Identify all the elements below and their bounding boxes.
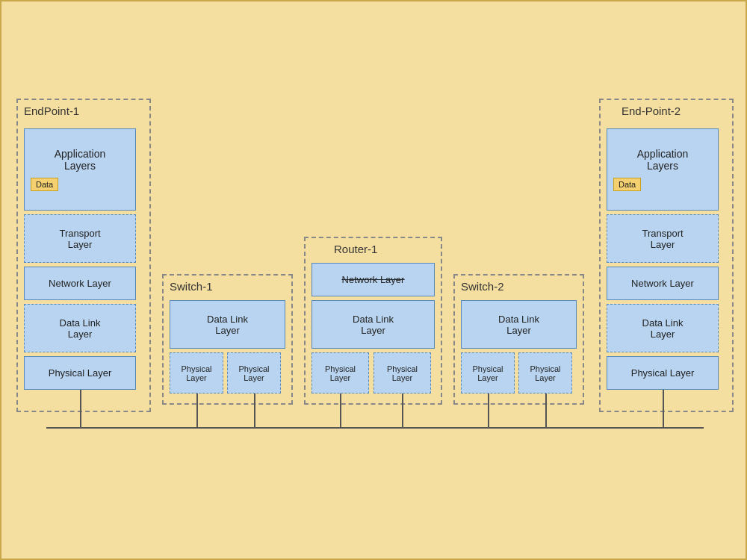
switch1-label: Switch-1 <box>170 280 213 293</box>
ep2-physical-layer: Physical Layer <box>607 356 719 390</box>
sw2-right-vline <box>545 393 547 427</box>
ep2-datalink-label: Data LinkLayer <box>642 317 684 340</box>
ep1-network-layer: Network Layer <box>24 267 136 300</box>
sw1-physical-layer-right: PhysicalLayer <box>227 352 281 393</box>
endpoint1-label: EndPoint-1 <box>24 105 79 117</box>
r1-left-vline <box>340 393 341 427</box>
ep1-datalink-layer: Data LinkLayer <box>24 304 136 352</box>
sw2-left-vline <box>488 393 489 427</box>
ep1-physical-layer: Physical Layer <box>24 356 136 390</box>
sw1-physical-layer-left: PhysicalLayer <box>170 352 223 393</box>
ep2-vertical-line <box>663 390 664 427</box>
sw2-physical-right-label: PhysicalLayer <box>530 364 561 382</box>
sw2-physical-left-label: PhysicalLayer <box>473 364 503 382</box>
bottom-bus-line <box>46 427 704 429</box>
ep2-app-layer-label: ApplicationLayers <box>613 148 712 172</box>
diagram-canvas: EndPoint-1 ApplicationLayers Data Transp… <box>0 0 747 560</box>
ep1-transport-label: TransportLayer <box>59 228 100 250</box>
r1-network-layer: Network Layer <box>311 263 435 296</box>
ep2-physical-label: Physical Layer <box>631 367 695 379</box>
ep2-network-label: Network Layer <box>631 278 694 289</box>
sw2-physical-layer-left: PhysicalLayer <box>461 352 515 393</box>
sw2-physical-layer-right: PhysicalLayer <box>518 352 572 393</box>
r1-right-vline <box>402 393 403 427</box>
ep2-datalink-layer: Data LinkLayer <box>607 304 719 352</box>
ep1-app-layer: ApplicationLayers Data <box>24 128 136 211</box>
sw2-datalink-label: Data LinkLayer <box>498 314 539 336</box>
ep1-datalink-label: Data LinkLayer <box>60 317 101 340</box>
ep2-app-layer: ApplicationLayers Data <box>607 128 719 211</box>
ep2-transport-label: TransportLayer <box>642 228 683 250</box>
r1-physical-layer-left: PhysicalLayer <box>311 352 369 393</box>
r1-network-label: Network Layer <box>342 274 405 285</box>
sw1-physical-right-label: PhysicalLayer <box>239 364 270 382</box>
ep2-transport-layer: TransportLayer <box>607 214 719 263</box>
ep1-physical-label: Physical Layer <box>49 367 112 379</box>
switch2-label: Switch-2 <box>461 280 504 293</box>
r1-physical-layer-right: PhysicalLayer <box>374 352 431 393</box>
r1-datalink-layer: Data LinkLayer <box>311 300 435 349</box>
sw1-right-vline <box>254 393 255 427</box>
r1-datalink-label: Data LinkLayer <box>353 314 394 336</box>
sw1-left-vline <box>196 393 198 427</box>
ep1-app-layer-label: ApplicationLayers <box>31 148 129 172</box>
router1-label: Router-1 <box>334 243 377 255</box>
ep1-vertical-line <box>80 390 81 427</box>
ep2-network-layer: Network Layer <box>607 267 719 300</box>
ep1-network-label: Network Layer <box>49 278 111 289</box>
sw1-datalink-layer: Data LinkLayer <box>170 300 285 349</box>
ep1-data-badge: Data <box>31 178 58 191</box>
r1-physical-right-label: PhysicalLayer <box>387 364 418 382</box>
endpoint2-label: End-Point-2 <box>622 105 681 117</box>
r1-physical-left-label: PhysicalLayer <box>325 364 356 382</box>
ep2-data-badge: Data <box>613 178 641 191</box>
ep1-transport-layer: TransportLayer <box>24 214 136 263</box>
sw2-datalink-layer: Data LinkLayer <box>461 300 577 349</box>
sw1-physical-left-label: PhysicalLayer <box>182 364 212 382</box>
sw1-datalink-label: Data LinkLayer <box>207 314 248 336</box>
